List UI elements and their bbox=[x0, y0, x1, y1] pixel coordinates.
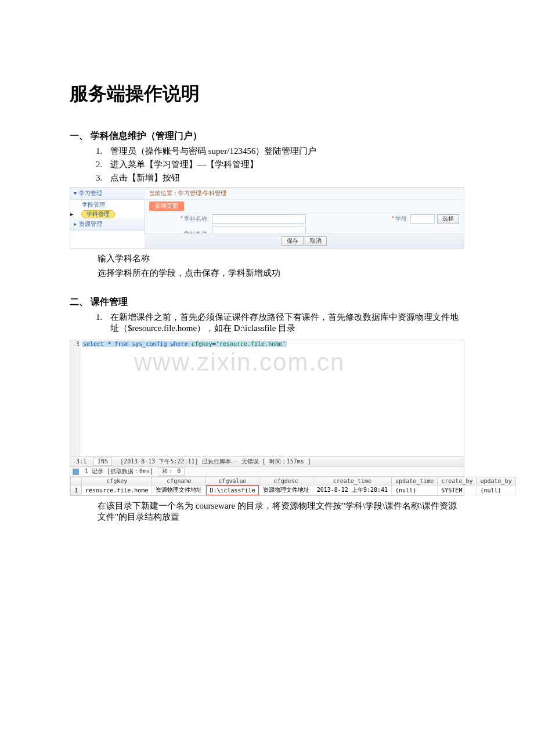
section2-note1: 在该目录下新建一个名为 courseware 的目录，将资源物理文件按"学科\学… bbox=[98, 501, 464, 523]
breadcrumb-path: 学习管理-学科管理 bbox=[178, 190, 226, 196]
grid-header[interactable]: cfgdesc bbox=[259, 477, 313, 485]
form-row-name: *学科名称 *学段 选择 bbox=[145, 213, 464, 225]
sql-table: sys_config bbox=[132, 341, 167, 347]
grid-row-number: 1 bbox=[71, 485, 82, 495]
grid-row[interactable]: 1 resource.file.home 资源物理文件地址 D:\iclassf… bbox=[71, 485, 516, 495]
label-subject-name: 学科名称 bbox=[184, 215, 207, 222]
grid-header[interactable]: cfgkey bbox=[82, 477, 152, 485]
line-number: 3 bbox=[76, 341, 80, 347]
tree-item-selected[interactable]: 学科管理 bbox=[81, 210, 115, 218]
subject-name-input[interactable] bbox=[212, 214, 306, 224]
cell-cfgkey[interactable]: resource.file.home bbox=[82, 485, 152, 495]
tree-group-label: 资源管理 bbox=[79, 221, 102, 227]
cursor-pos: 3:1 bbox=[73, 458, 90, 465]
record-count: 1 记录 [抓取数据：0ms] bbox=[85, 468, 153, 474]
caret-down-icon: ▾ bbox=[74, 190, 77, 196]
cell-cfgdesc[interactable]: 资源物理文件地址 bbox=[259, 485, 313, 495]
sql-text: select * from sys_config where cfgkey='r… bbox=[82, 341, 287, 347]
sql-condition: cfgkey='resource.file.home' bbox=[192, 341, 286, 347]
section1-steps: 管理员（操作账号与密码 super/123456）登陆管理门户 进入菜单【学习管… bbox=[70, 146, 464, 183]
result-toolbar: 1 记录 [抓取数据：0ms] 和： 0 bbox=[70, 467, 464, 477]
tab-new-page[interactable]: 新增页面 bbox=[149, 201, 184, 211]
grid-corner bbox=[71, 477, 82, 485]
section1-note1: 输入学科名称 bbox=[98, 253, 464, 264]
status-message: [2013-8-13 下午5:22:11] 已执行脚本 - 无错误 [ 时间：1… bbox=[117, 458, 315, 466]
grid-header[interactable]: create_by bbox=[438, 477, 477, 485]
sum-box: 和： 0 bbox=[158, 467, 185, 476]
tree-group-label: 学习管理 bbox=[79, 190, 102, 196]
cell-create-by[interactable]: SYSTEM bbox=[438, 485, 477, 495]
caret-right-icon: ▸ bbox=[74, 221, 77, 227]
sql-keyword: select * from bbox=[83, 341, 128, 347]
section1-heading: 一、 学科信息维护（管理门户） bbox=[70, 130, 464, 142]
nav-tree: ▾学习管理 学段管理 ▸学科管理 ▸资源管理 bbox=[70, 188, 145, 248]
grid-header[interactable]: create_time bbox=[313, 477, 391, 485]
section1-note2: 选择学科所在的学段，点击保存，学科新增成功 bbox=[98, 268, 464, 279]
sql-editor-pane[interactable]: 3 select * from sys_config where cfgkey=… bbox=[70, 340, 464, 456]
cell-create-time[interactable]: 2013-8-12 上午9:28:41 bbox=[313, 485, 391, 495]
watermark: www.zixin.com.cn bbox=[134, 348, 345, 376]
cell-cfgname[interactable]: 资源物理文件地址 bbox=[152, 485, 206, 495]
grid-header[interactable]: update_by bbox=[477, 477, 515, 485]
insert-mode: INS bbox=[93, 458, 112, 466]
save-button[interactable]: 保存 bbox=[282, 236, 304, 246]
result-grid: cfgkey cfgname cfgvalue cfgdesc create_t… bbox=[70, 477, 516, 495]
cell-cfgvalue[interactable]: D:\iclassfile bbox=[206, 485, 259, 495]
screenshot-sql-client: 3 select * from sys_config where cfgkey=… bbox=[70, 340, 464, 496]
grid-header-row: cfgkey cfgname cfgvalue cfgdesc create_t… bbox=[71, 477, 516, 485]
breadcrumb: 当前位置：学习管理-学科管理 bbox=[145, 188, 464, 200]
label-stage: 学段 bbox=[395, 215, 407, 222]
section2-heading: 二、 课件管理 bbox=[70, 296, 464, 308]
tab-bar: 新增页面 bbox=[145, 200, 464, 213]
section2-steps: 在新增课件之前，首先必须保证课件存放路径下有课件，首先修改数据库中资源物理文件地… bbox=[70, 312, 464, 334]
section1-step: 进入菜单【学习管理】—【学科管理】 bbox=[104, 159, 464, 170]
stage-input[interactable] bbox=[410, 214, 435, 224]
tree-item[interactable]: 学段管理 bbox=[70, 200, 145, 210]
tree-group[interactable]: ▾学习管理 bbox=[70, 188, 145, 200]
section1-step: 管理员（操作账号与密码 super/123456）登陆管理门户 bbox=[104, 146, 464, 157]
grid-icon bbox=[73, 469, 79, 475]
section2-step: 在新增课件之前，首先必须保证课件存放路径下有课件，首先修改数据库中资源物理文件地… bbox=[104, 312, 464, 334]
grid-header[interactable]: update_time bbox=[392, 477, 438, 485]
cell-update-time[interactable]: (null) bbox=[392, 485, 438, 495]
status-bar: 3:1 INS [2013-8-13 下午5:22:11] 已执行脚本 - 无错… bbox=[70, 456, 464, 467]
tree-group[interactable]: ▸资源管理 bbox=[70, 218, 145, 231]
section1-step: 点击【新增】按钮 bbox=[104, 172, 464, 183]
breadcrumb-label: 当前位置： bbox=[149, 190, 178, 196]
page-title: 服务端操作说明 bbox=[70, 81, 464, 107]
tree-item-row: ▸学科管理 bbox=[70, 210, 145, 218]
line-gutter: 3 bbox=[70, 340, 81, 456]
screenshot-admin-portal: ▾学习管理 学段管理 ▸学科管理 ▸资源管理 当前位置：学习管理-学科管理 新增… bbox=[70, 187, 464, 249]
choose-button[interactable]: 选择 bbox=[437, 214, 459, 224]
grid-header[interactable]: cfgname bbox=[152, 477, 206, 485]
cell-update-by[interactable]: (null) bbox=[477, 485, 515, 495]
sql-keyword: where bbox=[171, 341, 188, 347]
button-row: 保存 取消 bbox=[145, 233, 464, 248]
grid-header[interactable]: cfgvalue bbox=[206, 477, 259, 485]
cancel-button[interactable]: 取消 bbox=[305, 236, 327, 246]
